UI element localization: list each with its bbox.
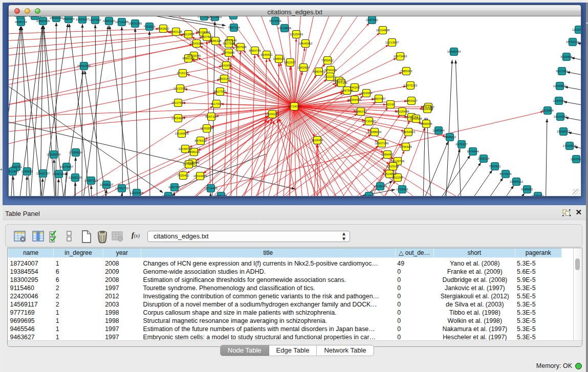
svg-text:8427552: 8427552 xyxy=(214,90,226,93)
svg-text:1244415: 1244415 xyxy=(553,99,565,102)
svg-text:8454749: 8454749 xyxy=(249,49,261,52)
svg-text:19654923: 19654923 xyxy=(171,117,185,120)
svg-text:6497568: 6497568 xyxy=(341,89,353,92)
svg-text:1733426: 1733426 xyxy=(396,188,408,191)
svg-text:9117004: 9117004 xyxy=(211,102,223,105)
svg-text:7986372: 7986372 xyxy=(355,110,367,113)
svg-text:1274861: 1274861 xyxy=(183,163,195,166)
svg-text:9463627: 9463627 xyxy=(405,99,418,102)
svg-text:8471676: 8471676 xyxy=(499,172,512,176)
svg-text:10653267: 10653267 xyxy=(76,18,90,21)
svg-text:13524861: 13524861 xyxy=(383,172,397,176)
svg-text:8660128: 8660128 xyxy=(170,30,182,33)
svg-text:5498222: 5498222 xyxy=(188,150,200,154)
svg-text:12213967: 12213967 xyxy=(385,41,399,44)
svg-text:9405564: 9405564 xyxy=(62,17,75,20)
svg-text:16154808: 16154808 xyxy=(376,29,390,32)
svg-text:6466160: 6466160 xyxy=(103,19,115,23)
svg-text:19218506: 19218506 xyxy=(278,27,292,30)
svg-text:9146821: 9146821 xyxy=(260,53,273,56)
svg-text:9118454: 9118454 xyxy=(312,139,324,142)
svg-text:9810029: 9810029 xyxy=(162,194,175,196)
svg-text:16210643: 16210643 xyxy=(554,115,568,118)
svg-text:11120972: 11120972 xyxy=(572,28,581,31)
svg-text:10654112: 10654112 xyxy=(510,180,524,183)
svg-text:9329966: 9329966 xyxy=(560,55,573,58)
svg-text:10975867: 10975867 xyxy=(60,165,74,168)
svg-text:9777169: 9777169 xyxy=(335,81,347,84)
svg-text:18907249: 18907249 xyxy=(375,142,389,145)
svg-text:20206576: 20206576 xyxy=(47,153,61,156)
svg-text:16120746: 16120746 xyxy=(391,160,405,163)
svg-text:14136141: 14136141 xyxy=(374,185,387,188)
svg-text:10973493: 10973493 xyxy=(394,55,407,58)
svg-text:7515526: 7515526 xyxy=(143,25,156,28)
svg-text:12975115: 12975115 xyxy=(404,84,418,87)
svg-text:2935114: 2935114 xyxy=(478,157,490,160)
svg-text:11325419: 11325419 xyxy=(290,33,303,36)
svg-text:9899695: 9899695 xyxy=(420,122,432,125)
svg-text:9327508: 9327508 xyxy=(223,42,235,45)
svg-text:1755041: 1755041 xyxy=(29,16,41,17)
svg-text:6958923: 6958923 xyxy=(444,136,456,139)
svg-text:1621072: 1621072 xyxy=(324,75,336,78)
svg-text:7955812: 7955812 xyxy=(321,59,334,62)
svg-text:10958107: 10958107 xyxy=(100,183,114,186)
svg-text:11353594: 11353594 xyxy=(200,127,214,130)
svg-text:1156829: 1156829 xyxy=(21,170,34,173)
svg-text:18530342: 18530342 xyxy=(50,16,63,19)
svg-text:18300295: 18300295 xyxy=(266,113,279,116)
svg-text:9457791: 9457791 xyxy=(168,186,181,189)
svg-text:6794028: 6794028 xyxy=(324,69,337,72)
svg-text:6679197: 6679197 xyxy=(455,143,468,146)
svg-text:8990443: 8990443 xyxy=(313,70,325,73)
svg-text:9245082: 9245082 xyxy=(532,194,544,196)
svg-text:9827500: 9827500 xyxy=(201,35,213,38)
svg-text:9227342: 9227342 xyxy=(556,70,568,73)
svg-text:5875685: 5875685 xyxy=(223,51,235,54)
svg-text:252254: 252254 xyxy=(393,176,403,179)
svg-text:9756928: 9756928 xyxy=(400,145,412,148)
svg-text:8995078: 8995078 xyxy=(215,194,227,196)
svg-text:8186328: 8186328 xyxy=(209,39,222,42)
svg-text:25053346: 25053346 xyxy=(77,64,91,68)
svg-text:9115460: 9115460 xyxy=(422,107,434,111)
svg-text:7485063: 7485063 xyxy=(400,70,412,73)
svg-text:2803144: 2803144 xyxy=(218,77,230,80)
svg-text:4055724: 4055724 xyxy=(15,20,27,24)
svg-text:16543382: 16543382 xyxy=(190,42,204,45)
svg-text:3911943: 3911943 xyxy=(9,170,19,173)
svg-text:10719185: 10719185 xyxy=(115,20,129,24)
svg-text:16782759: 16782759 xyxy=(115,187,129,190)
svg-text:9474444: 9474444 xyxy=(467,150,479,153)
svg-text:8912954: 8912954 xyxy=(182,33,194,36)
svg-text:10807487: 10807487 xyxy=(372,97,386,100)
svg-text:3824554: 3824554 xyxy=(360,92,373,95)
svg-text:12923468: 12923468 xyxy=(130,191,144,194)
svg-text:7832621: 7832621 xyxy=(489,165,501,168)
svg-text:17016504: 17016504 xyxy=(563,144,577,147)
svg-text:8678332: 8678332 xyxy=(194,139,207,142)
svg-text:1362615: 1362615 xyxy=(297,66,310,69)
svg-text:15716485: 15716485 xyxy=(204,187,218,190)
svg-text:8918511: 8918511 xyxy=(363,194,376,196)
svg-text:16671385: 16671385 xyxy=(128,22,142,25)
svg-text:8267110: 8267110 xyxy=(206,115,218,118)
svg-text:20364456: 20364456 xyxy=(348,98,362,101)
svg-text:19166825: 19166825 xyxy=(175,132,189,135)
svg-text:58226058: 58226058 xyxy=(197,31,210,34)
svg-text:10025488: 10025488 xyxy=(396,110,409,113)
svg-text:9245652: 9245652 xyxy=(521,188,533,191)
svg-text:12093822: 12093822 xyxy=(553,84,567,87)
svg-text:1615192: 1615192 xyxy=(387,165,399,168)
svg-text:7857224: 7857224 xyxy=(228,26,240,29)
svg-text:62160: 62160 xyxy=(386,103,395,106)
svg-text:12942737: 12942737 xyxy=(36,172,50,175)
svg-text:17957223: 17957223 xyxy=(84,179,98,182)
svg-text:9162613: 9162613 xyxy=(14,16,27,17)
svg-text:2867608: 2867608 xyxy=(234,46,247,49)
svg-text:2718170: 2718170 xyxy=(177,72,189,75)
svg-text:1527602: 1527602 xyxy=(89,18,101,21)
svg-text:9242848: 9242848 xyxy=(220,64,232,67)
svg-text:8215958: 8215958 xyxy=(541,109,554,112)
